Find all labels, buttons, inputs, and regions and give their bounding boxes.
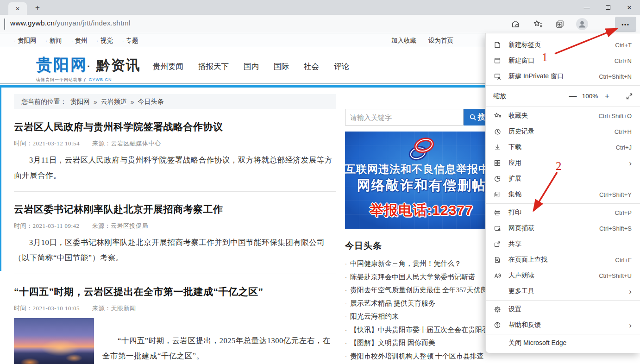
toplink-gyw[interactable]: ·贵阳网: [14, 37, 37, 45]
url-field[interactable]: www.gywb.cn/yunyan/jrtt/index.shtml: [10, 19, 130, 27]
nav-broadcast[interactable]: 播报天下: [198, 62, 229, 72]
menu-separator: [486, 85, 640, 86]
menu-item-apps[interactable]: 应用 ›: [486, 155, 640, 171]
article-title[interactable]: 云岩区人民政府与贵州科学院签署战略合作协议: [14, 120, 336, 133]
bullet-icon: ·: [345, 301, 347, 307]
print-icon: [493, 209, 501, 217]
browser-tab[interactable]: ✕: [8, 2, 27, 15]
breadcrumb-channel[interactable]: 云岩频道: [101, 98, 127, 106]
report-center-banner[interactable]: 互联网违法和不良信息举报中心 网络敲诈和有偿删帖 举报电话:12377: [345, 132, 498, 229]
menu-item-find-on-page[interactable]: 在页面上查找 Ctrl+F: [486, 252, 640, 268]
main-column: 您当前的位置： 贵阳网 » 云岩频道 » 今日头条 云岩区人民政府与贵州科学院签…: [14, 94, 336, 364]
headline-link[interactable]: ·展示艺术精品 提供美育服务: [345, 297, 498, 311]
menu-item-label: 设置: [508, 305, 632, 314]
favorites-icon: [493, 112, 501, 120]
profile-avatar[interactable]: [575, 17, 589, 31]
nav-commentary[interactable]: 评论: [334, 62, 349, 72]
add-favorite-link[interactable]: 加入收藏: [391, 37, 416, 45]
breadcrumb-section[interactable]: 今日头条: [138, 98, 164, 106]
favorites-icon[interactable]: [531, 17, 545, 31]
menu-item-downloads[interactable]: 下载 Ctrl+J: [486, 139, 640, 155]
address-divider: [4, 19, 5, 30]
zoom-in-button[interactable]: +: [600, 89, 614, 103]
toplink-vision[interactable]: ·视觉: [97, 37, 113, 45]
menu-item-share[interactable]: 共享: [486, 236, 640, 252]
toplink-guizhou[interactable]: ·贵州: [71, 37, 88, 45]
nav-society[interactable]: 社会: [304, 62, 319, 72]
nav-domestic[interactable]: 国内: [244, 62, 259, 72]
menu-item-new-window[interactable]: 新建窗口 Ctrl+N: [486, 53, 640, 69]
menu-item-label: 网页捕获: [508, 224, 599, 232]
nav-guizhou-news[interactable]: 贵州要闻: [153, 62, 183, 72]
menu-item-read-aloud[interactable]: 大声朗读 Ctrl+Shift+U: [486, 268, 640, 283]
headline-link[interactable]: ·【图解】文明贵阳 因你而美: [345, 337, 498, 350]
minimize-button[interactable]: —: [576, 0, 597, 15]
menu-item-shortcut: Ctrl+H: [615, 128, 632, 135]
article-summary: “十四五”时期，云岩区提出，2025年总量达1300亿元左右，在全市第一批建成“…: [102, 323, 334, 364]
menu-item-label: 更多工具: [508, 287, 629, 295]
new-window-icon: [493, 57, 501, 65]
collections-icon[interactable]: [553, 17, 567, 31]
headline-link[interactable]: ·阳光云海相约来: [345, 310, 498, 324]
menu-item-close-edge[interactable]: 关闭 Microsoft Edge: [486, 335, 640, 351]
headline-link[interactable]: ·【快讯】中共贵阳市委十届五次全会在贵阳召开: [345, 324, 498, 337]
menu-item-extensions[interactable]: 扩展: [486, 171, 640, 187]
headline-link[interactable]: ·陈晏赴京拜会中国人民大学党委书记靳诺: [345, 271, 498, 284]
article-1: 云岩区人民政府与贵州科学院签署战略合作协议 时间：2021-03-12 10:5…: [14, 120, 336, 192]
window-controls: — ✕: [576, 0, 640, 15]
toplink-special[interactable]: ·专题: [122, 37, 138, 45]
maximize-icon: [606, 5, 610, 10]
logo-tagline: 读懂贵阳一个网站就够了 GYWB.CN: [36, 77, 112, 83]
maximize-button[interactable]: [597, 0, 619, 15]
inprivate-icon: [493, 73, 501, 81]
menu-item-collections[interactable]: 集锦 Ctrl+Shift+Y: [486, 187, 640, 202]
menu-item-history[interactable]: 历史记录 Ctrl+H: [486, 124, 640, 139]
zoom-controls: 缩放 — 100% +: [486, 87, 640, 106]
article-meta: 时间：2021-03-11 09:42 来源：云岩区投促局: [14, 222, 336, 230]
headline-link[interactable]: ·贵阳市校外培训机构大整顿 十个区市县排查: [345, 350, 498, 364]
menu-item-new-tab[interactable]: 新建标签页 Ctrl+T: [486, 37, 640, 53]
article-meta: 时间：2021-03-10 10:05 来源：天眼新闻: [14, 304, 336, 313]
banner-report-phone: 举报电话:12377: [345, 201, 498, 220]
menu-item-shortcut: Ctrl+T: [615, 42, 632, 49]
web-capture-icon: [493, 225, 501, 232]
menu-separator: [486, 334, 640, 334]
headline-link[interactable]: ·中国健康新金三角，贵州！凭什么？: [345, 257, 498, 271]
article-thumbnail-city-sunset[interactable]: [14, 318, 94, 364]
tab-close-icon[interactable]: ✕: [15, 6, 20, 12]
breadcrumb-home[interactable]: 贵阳网: [70, 98, 90, 106]
menu-item-more-tools[interactable]: 更多工具 ›: [486, 283, 640, 299]
find-icon: [493, 256, 501, 264]
fullscreen-button[interactable]: [618, 87, 640, 106]
new-tab-button[interactable]: +: [31, 3, 44, 13]
menu-item-settings[interactable]: 设置: [486, 301, 640, 317]
menu-item-shortcut: Ctrl+Shift+U: [599, 272, 632, 279]
menu-item-print[interactable]: 打印 Ctrl+P: [486, 205, 640, 220]
hub-icon[interactable]: [508, 17, 522, 31]
article-title[interactable]: “十四五”时期，云岩区提出在全市第一批建成“千亿之区”: [14, 285, 336, 298]
new-tab-icon: [493, 41, 501, 49]
menu-item-help-feedback[interactable]: 帮助和反馈 ›: [486, 317, 640, 333]
menu-item-label: 历史记录: [508, 127, 615, 136]
search-input[interactable]: [345, 109, 464, 126]
menu-item-shortcut: Ctrl+J: [616, 144, 632, 151]
close-window-button[interactable]: ✕: [619, 0, 640, 15]
menu-item-shortcut: Ctrl+F: [615, 257, 632, 264]
tab-strip: ✕ + — ✕: [0, 0, 640, 15]
settings-menu-button[interactable]: •••: [615, 17, 636, 32]
menu-item-web-capture[interactable]: 网页捕获 Ctrl+Shift+S: [486, 220, 640, 236]
article-title[interactable]: 云岩区委书记林刚率队赴北京开展招商考察工作: [14, 203, 336, 216]
site-topbar-links: ·贵阳网 ·新闻 ·贵州 ·视觉 ·专题: [14, 37, 138, 45]
menu-item-label: 新建窗口: [508, 56, 615, 65]
menu-item-new-inprivate-window[interactable]: 新建 InPrivate 窗口 Ctrl+Shift+N: [486, 69, 640, 84]
article-divider: [14, 191, 336, 192]
menu-item-label: 在页面上查找: [508, 256, 615, 264]
toplink-news[interactable]: ·新闻: [46, 37, 62, 45]
zoom-out-button[interactable]: —: [566, 89, 580, 103]
downloads-icon: [493, 144, 501, 151]
headline-link[interactable]: ·贵阳去年空气质量创历史最佳 全年357天优良: [345, 284, 498, 297]
menu-item-favorites[interactable]: 收藏夹 Ctrl+Shift+O: [486, 108, 640, 124]
set-homepage-link[interactable]: 设为首页: [428, 37, 453, 45]
headlines-title: 今日头条: [345, 240, 498, 252]
nav-international[interactable]: 国际: [274, 62, 289, 72]
